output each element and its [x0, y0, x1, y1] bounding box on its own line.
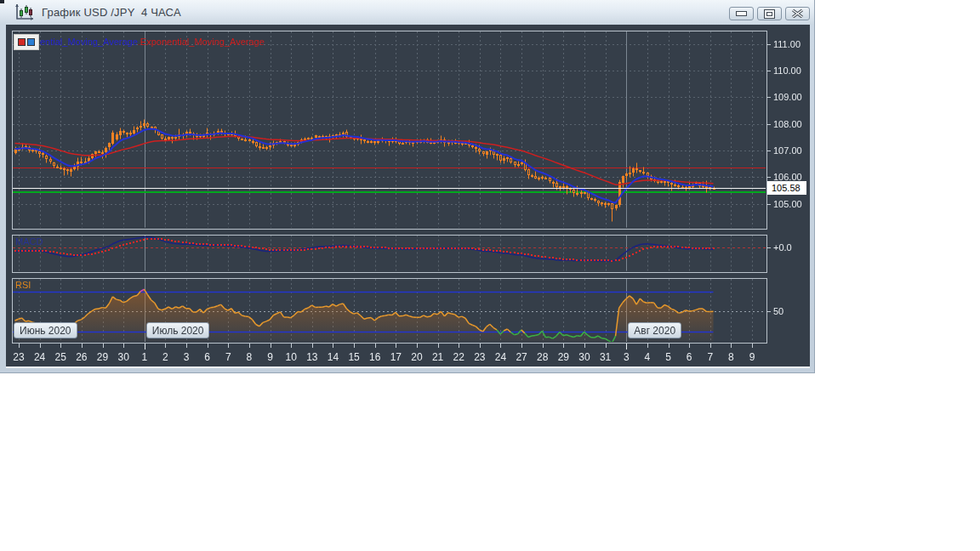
x-axis-label: 31: [600, 351, 611, 363]
restore-button[interactable]: [757, 7, 782, 20]
price-axis-label: 105.00: [773, 199, 802, 209]
x-axis-label: 17: [390, 351, 402, 363]
price-axis-label: 111.00: [773, 39, 801, 49]
x-axis-label: 8: [728, 351, 734, 363]
macd-axis-label: +0.0: [773, 242, 792, 253]
x-axis-label: 1: [141, 351, 147, 363]
x-axis-label: 21: [432, 351, 443, 363]
legend-swatch-blue: [27, 38, 35, 46]
month-button-july[interactable]: Июль 2020: [146, 322, 210, 338]
x-axis-label: 28: [537, 351, 548, 363]
x-axis-label: 3: [184, 351, 190, 363]
x-axis-label: 30: [117, 351, 128, 363]
x-axis-label: 25: [55, 351, 66, 363]
current-price-tag: 105.58: [767, 181, 806, 195]
x-axis-label: 23: [13, 351, 24, 363]
chart-plot[interactable]: [6, 25, 810, 366]
x-axis-label: 8: [247, 351, 253, 363]
x-axis-label: 6: [687, 351, 692, 363]
x-axis-label: 24: [495, 351, 506, 363]
x-axis-label: 10: [286, 351, 297, 363]
legend-swatch-box: [14, 34, 39, 50]
minimize-icon: [736, 11, 747, 16]
candlestick-chart-icon: [14, 3, 37, 23]
window-titlebar[interactable]: График USD /JPY 4 ЧАСА: [0, 0, 814, 25]
legend-label-ma-slow: Exponential_Moving_Average: [140, 37, 265, 47]
x-axis-label: 15: [348, 351, 359, 363]
price-axis-label: 107.00: [773, 145, 802, 156]
x-axis-label: 16: [369, 351, 380, 363]
window-title: График USD /JPY 4 ЧАСА: [42, 6, 181, 19]
x-axis-label: 22: [453, 351, 464, 363]
x-axis-label: 2: [162, 351, 168, 363]
x-axis-label: 3: [624, 351, 630, 363]
price-axis-label: 109.00: [773, 92, 802, 102]
screen: График USD /JPY 4 ЧАСА: [0, 0, 980, 551]
month-button-august[interactable]: Авг 2020: [628, 322, 681, 338]
price-axis-label: 106.00: [773, 172, 802, 182]
restore-icon: [764, 9, 775, 19]
x-axis-label: 6: [204, 351, 210, 363]
legend-label-ma-fast: ential_Moving_Average: [40, 37, 138, 47]
x-axis-label: 23: [474, 351, 485, 363]
x-axis-label: 7: [707, 351, 713, 363]
x-axis-label: 30: [578, 351, 590, 363]
legend-swatch-red: [18, 38, 26, 46]
chart-window: График USD /JPY 4 ЧАСА: [0, 0, 815, 373]
x-axis-label: 24: [34, 351, 45, 363]
x-axis-label: 20: [411, 351, 422, 363]
x-axis-label: 29: [97, 351, 108, 363]
x-axis-label: 14: [328, 351, 339, 363]
price-axis-label: 110.00: [773, 65, 801, 76]
macd-pane-title: MACD: [15, 236, 43, 247]
close-button[interactable]: [785, 7, 810, 20]
x-axis-label: 5: [665, 351, 671, 363]
window-buttons: [729, 7, 810, 20]
x-axis-label: 29: [558, 351, 569, 363]
x-axis-label: 27: [516, 351, 527, 363]
rsi-pane-title: RSI: [15, 280, 31, 290]
x-axis-label: 13: [306, 351, 317, 363]
x-axis-label: 26: [76, 351, 87, 363]
x-axis-label: 9: [749, 351, 755, 363]
x-axis-label: 9: [267, 351, 273, 363]
x-axis-label: 7: [225, 351, 231, 363]
minimize-button[interactable]: [729, 7, 754, 20]
x-axis-label: 4: [645, 351, 651, 363]
month-button-june[interactable]: Июнь 2020: [14, 322, 77, 338]
price-axis-label: 108.00: [773, 119, 802, 129]
window-corner-mark: [0, 0, 4, 3]
close-icon: [792, 9, 803, 18]
chart-client-area: ential_Moving_Average . Exponential_Movi…: [6, 25, 810, 366]
indicator-legend: ential_Moving_Average . Exponential_Movi…: [14, 33, 265, 50]
rsi-axis-label: 50: [773, 306, 783, 316]
